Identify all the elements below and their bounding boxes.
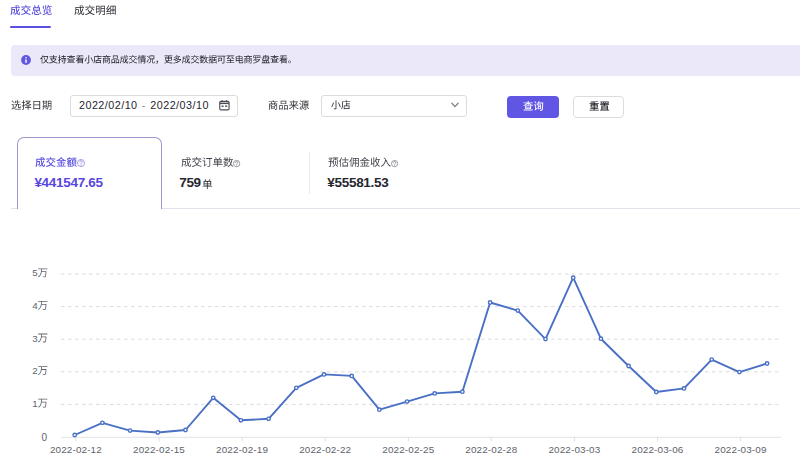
svg-text:2022-02-19: 2022-02-19 (216, 444, 268, 455)
svg-text:2022-02-12: 2022-02-12 (50, 444, 102, 455)
svg-text:2022-03-06: 2022-03-06 (631, 444, 683, 455)
svg-text:5: 5 (32, 267, 38, 278)
svg-text:1: 1 (32, 398, 37, 409)
svg-text:4: 4 (32, 300, 38, 311)
svg-text:2022-03-09: 2022-03-09 (715, 444, 767, 455)
svg-text:2: 2 (32, 365, 37, 376)
svg-text:2022-02-22: 2022-02-22 (299, 444, 351, 455)
svg-text:2022-02-15: 2022-02-15 (133, 444, 185, 455)
svg-text:0: 0 (41, 432, 47, 443)
svg-text:2022-02-25: 2022-02-25 (382, 444, 434, 455)
svg-text:2022-02-28: 2022-02-28 (465, 444, 517, 455)
svg-text:3: 3 (32, 333, 38, 344)
svg-text:2022-03-03: 2022-03-03 (548, 444, 600, 455)
